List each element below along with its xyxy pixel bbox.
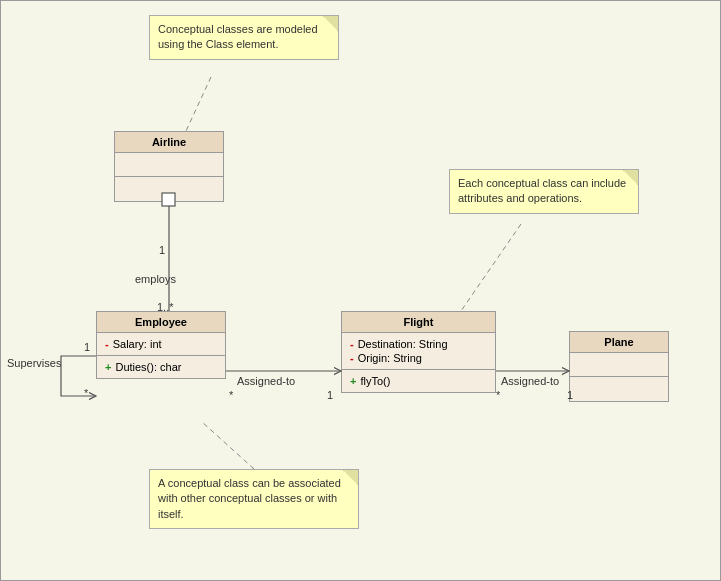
diagram-svg (1, 1, 721, 581)
note3-text: A conceptual class can be associated wit… (158, 477, 341, 520)
note3-to-employee-line (201, 421, 254, 469)
one-star-employee-label: 1..* (157, 301, 174, 313)
flight-class: Flight - Destination: String - Origin: S… (341, 311, 496, 393)
supervises-self-loop (61, 356, 96, 396)
employee-attrs-section: - Salary: int (97, 333, 225, 356)
one-supervises-label: 1 (84, 341, 90, 353)
airline-attrs-section (115, 153, 223, 177)
one-assigned-plane-label: 1 (567, 389, 573, 401)
note-attributes-operations: Each conceptual class can include attrib… (449, 169, 639, 214)
airline-ops-section (115, 177, 223, 201)
plane-ops-section (570, 377, 668, 401)
employee-salary-vis: - (105, 338, 109, 350)
flight-destination-vis: - (350, 338, 354, 350)
employee-salary-attr: - Salary: int (105, 337, 217, 351)
flight-attrs-section: - Destination: String - Origin: String (342, 333, 495, 370)
employee-class: Employee - Salary: int + Duties(): char (96, 311, 226, 379)
airline-class-header: Airline (115, 132, 223, 153)
flight-destination-attr: - Destination: String (350, 337, 487, 351)
note-associations: A conceptual class can be associated wit… (149, 469, 359, 529)
note-conceptual-class: Conceptual classes are modeled using the… (149, 15, 339, 60)
employs-label: employs (135, 273, 176, 285)
one-airline-label: 1 (159, 244, 165, 256)
plane-class: Plane (569, 331, 669, 402)
flight-origin-attr: - Origin: String (350, 351, 487, 365)
star-supervises-label: * (84, 387, 88, 399)
note2-to-flight-line (461, 224, 521, 311)
employee-duties-op: + Duties(): char (105, 360, 217, 374)
note2-text: Each conceptual class can include attrib… (458, 177, 626, 204)
flight-flyto-vis: + (350, 375, 356, 387)
plane-class-header: Plane (570, 332, 668, 353)
assigned-to-flight-label: Assigned-to (237, 375, 295, 387)
flight-class-header: Flight (342, 312, 495, 333)
assigned-to-plane-label: Assigned-to (501, 375, 559, 387)
note1-text: Conceptual classes are modeled using the… (158, 23, 318, 50)
airline-class: Airline (114, 131, 224, 202)
star-assigned-plane-label: * (496, 389, 500, 401)
note1-to-airline-line (186, 77, 211, 131)
flight-ops-section: + flyTo() (342, 370, 495, 392)
supervises-label: Supervises (7, 357, 61, 369)
flight-origin-vis: - (350, 352, 354, 364)
employee-class-header: Employee (97, 312, 225, 333)
flight-flyto-op: + flyTo() (350, 374, 487, 388)
employee-duties-vis: + (105, 361, 111, 373)
one-assigned-flight-label: 1 (327, 389, 333, 401)
employee-ops-section: + Duties(): char (97, 356, 225, 378)
star-assigned-flight-label: * (229, 389, 233, 401)
plane-attrs-section (570, 353, 668, 377)
